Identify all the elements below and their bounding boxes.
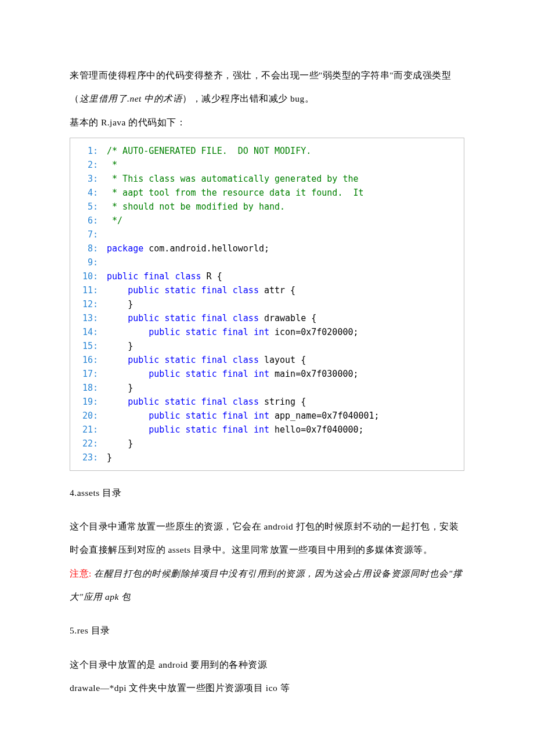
line-number: 5: (73, 200, 102, 214)
code-token: public (149, 369, 180, 379)
line-number: 9: (73, 255, 102, 269)
code-token: int (254, 369, 269, 379)
code-line: 11: public static final class attr { (73, 283, 461, 297)
code-line: 21: public static final int hello=0x7f04… (73, 423, 461, 437)
code-token: * (107, 160, 117, 170)
code-block-rjava: 1: /* AUTO-GENERATED FILE. DO NOT MODIFY… (70, 138, 464, 471)
line-number: 11: (73, 283, 102, 297)
code-token: class (175, 271, 201, 282)
line-number: 10: (73, 269, 102, 283)
code-token: } (107, 341, 133, 351)
code-token: static (164, 313, 196, 323)
code-line: 8: package com.android.helloworld; (73, 242, 461, 255)
section-5-paragraph-1: 这个目录中放置的是 android 要用到的各种资源 (70, 653, 464, 676)
code-token: public (149, 327, 180, 337)
code-token (107, 397, 128, 407)
code-token (228, 313, 233, 323)
code-token: } (107, 452, 112, 463)
code-token (228, 397, 233, 407)
code-token: com.android.helloworld; (143, 243, 269, 254)
line-number: 2: (73, 158, 102, 172)
code-line: 12: } (73, 297, 461, 311)
code-line: 13: public static final class drawable { (73, 311, 461, 325)
code-token: int (254, 411, 269, 421)
line-number: 13: (73, 311, 102, 325)
document-page: 来管理而使得程序中的代码变得整齐，强壮，不会出现一些"弱类型的字符串"而变成强类… (0, 0, 534, 756)
code-token: final (222, 411, 248, 421)
italic-note: 这里借用了.net 中的术语 (80, 93, 183, 103)
paragraph-intro-line1: 来管理而使得程序中的代码变得整齐，强壮，不会出现一些"弱类型的字符串"而变成强类… (70, 64, 464, 87)
code-token: main=0x7f030000; (269, 369, 359, 379)
line-number: 16: (73, 353, 102, 367)
code-token: string { (259, 397, 306, 407)
code-line: 2: * (73, 158, 461, 172)
code-token (196, 285, 201, 296)
line-number: 19: (73, 395, 102, 409)
section-5-title: 5.res 目录 (70, 619, 464, 642)
code-token (107, 411, 149, 421)
code-line: 7: (73, 228, 461, 242)
line-number: 14: (73, 325, 102, 339)
code-token (180, 369, 185, 379)
code-line: 3: * This class was automatically genera… (73, 172, 461, 186)
code-token (248, 327, 254, 337)
code-token: public (149, 424, 180, 435)
code-token (107, 355, 128, 365)
code-token (107, 327, 149, 337)
code-token (180, 411, 185, 421)
line-number: 22: (73, 437, 102, 451)
code-token (217, 369, 222, 379)
paragraph-basic-rjava: 基本的 R.java 的代码如下： (70, 111, 464, 134)
code-token (107, 369, 149, 379)
line-number: 7: (73, 228, 102, 242)
paren-open: （ (70, 93, 80, 103)
code-token: public (107, 271, 138, 282)
code-line: 10: public final class R { (73, 269, 461, 283)
code-token: public (128, 285, 159, 296)
code-token (107, 424, 149, 435)
line-number: 20: (73, 409, 102, 423)
code-token: final (222, 369, 248, 379)
line-number: 18: (73, 381, 102, 395)
line-number: 8: (73, 242, 102, 255)
code-token: layout { (259, 355, 306, 365)
code-token (248, 369, 254, 379)
code-token: drawable { (259, 313, 316, 323)
code-token: static (186, 411, 217, 421)
code-token: package (107, 243, 143, 254)
code-token (107, 313, 128, 323)
code-line: 4: * aapt tool from the resource data it… (73, 186, 461, 200)
code-token: int (254, 424, 269, 435)
code-token: } (107, 438, 133, 449)
code-line: 5: * should not be modified by hand. (73, 200, 461, 214)
code-token: static (186, 327, 217, 337)
code-token (180, 327, 185, 337)
code-token: } (107, 299, 133, 309)
code-token: public (128, 397, 159, 407)
code-token: static (186, 369, 217, 379)
code-token: public (128, 355, 159, 365)
code-token (107, 257, 112, 268)
line-number: 3: (73, 172, 102, 186)
code-line: 15: } (73, 339, 461, 353)
note-body: 在醒目打包的时候删除掉项目中没有引用到的资源，因为这会占用设备资源同时也会"撑大… (70, 568, 462, 602)
code-line: 18: } (73, 381, 461, 395)
code-token: * should not be modified by hand. (107, 201, 285, 212)
code-token: final (143, 271, 169, 282)
code-token: final (201, 313, 228, 323)
code-token: public (128, 313, 159, 323)
code-line: 16: public static final class layout { (73, 353, 461, 367)
code-token: icon=0x7f020000; (269, 327, 359, 337)
code-line: 1: /* AUTO-GENERATED FILE. DO NOT MODIFY… (73, 144, 461, 158)
code-token (248, 424, 254, 435)
code-token: } (107, 383, 133, 393)
line-number: 17: (73, 367, 102, 381)
code-line: 23: } (73, 451, 461, 465)
code-token: class (233, 397, 259, 407)
code-token: final (201, 285, 228, 296)
code-token (217, 327, 222, 337)
note-label: 注意: (70, 568, 92, 578)
code-token: */ (107, 215, 122, 226)
code-token: class (233, 355, 259, 365)
code-token: final (201, 355, 228, 365)
